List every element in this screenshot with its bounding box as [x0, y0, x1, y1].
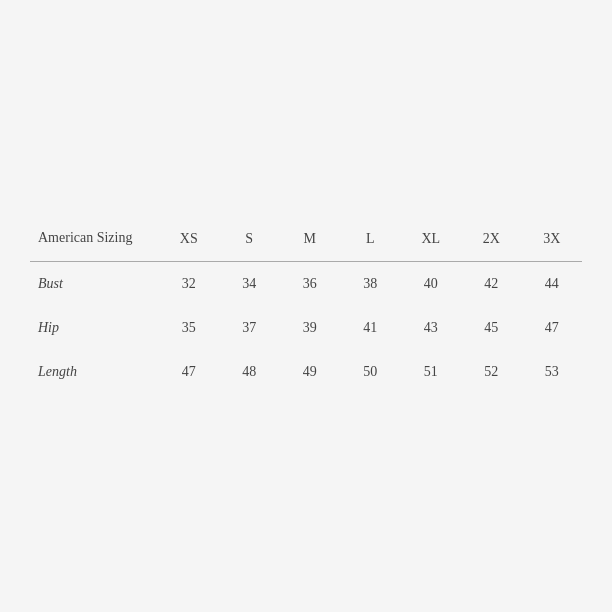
hip-3x: 47 — [521, 306, 582, 350]
size-chart-container: American Sizing XS S M L XL 2X — [20, 198, 592, 415]
bust-xl: 40 — [400, 262, 460, 307]
table-row-hip: Hip 35 37 39 41 43 45 47 — [30, 306, 582, 350]
hip-m: 39 — [280, 306, 340, 350]
length-xl: 51 — [400, 350, 460, 394]
length-m: 49 — [280, 350, 340, 394]
hip-s: 37 — [219, 306, 279, 350]
table-row-bust: Bust 32 34 36 38 40 42 44 — [30, 262, 582, 307]
row-label-hip: Hip — [30, 306, 159, 350]
table-row-length: Length 47 48 49 50 51 52 53 — [30, 350, 582, 394]
hip-xs: 35 — [159, 306, 219, 350]
length-s: 48 — [219, 350, 279, 394]
sizing-label-header: American Sizing — [30, 218, 159, 262]
bust-3x: 44 — [521, 262, 582, 307]
length-xs: 47 — [159, 350, 219, 394]
col-header-l: L — [340, 218, 400, 262]
table-header-row: American Sizing XS S M L XL 2X — [30, 218, 582, 262]
bust-s: 34 — [219, 262, 279, 307]
length-3x: 53 — [521, 350, 582, 394]
bust-xs: 32 — [159, 262, 219, 307]
col-header-xs: XS — [159, 218, 219, 262]
hip-l: 41 — [340, 306, 400, 350]
hip-2x: 45 — [461, 306, 521, 350]
bust-l: 38 — [340, 262, 400, 307]
col-header-2x: 2X — [461, 218, 521, 262]
hip-xl: 43 — [400, 306, 460, 350]
length-2x: 52 — [461, 350, 521, 394]
col-header-3x: 3X — [521, 218, 582, 262]
size-chart-table: American Sizing XS S M L XL 2X — [30, 218, 582, 395]
length-l: 50 — [340, 350, 400, 394]
bust-2x: 42 — [461, 262, 521, 307]
bust-m: 36 — [280, 262, 340, 307]
col-header-m: M — [280, 218, 340, 262]
row-label-length: Length — [30, 350, 159, 394]
col-header-xl: XL — [400, 218, 460, 262]
row-label-bust: Bust — [30, 262, 159, 307]
col-header-s: S — [219, 218, 279, 262]
